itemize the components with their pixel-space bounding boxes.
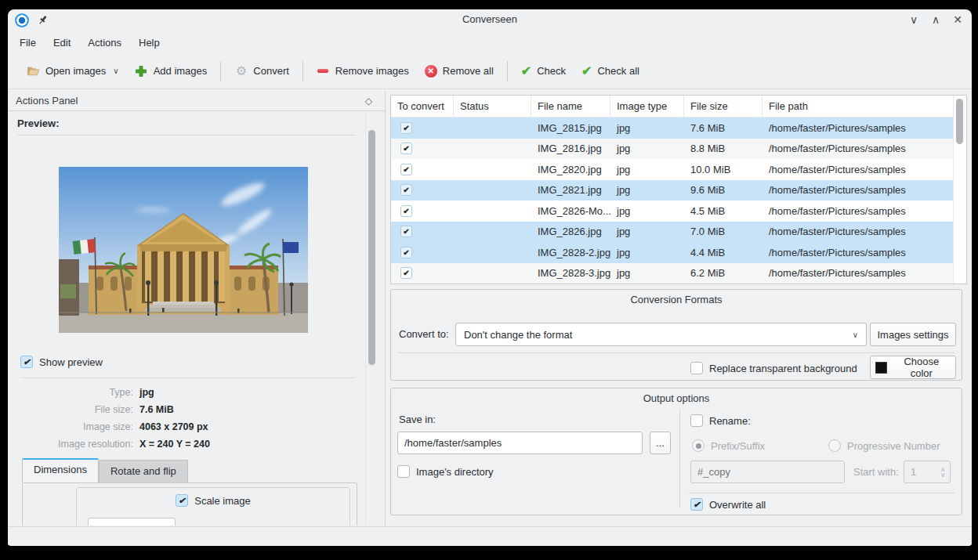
cell-file-name: IMG_2828-3.jpg: [531, 267, 610, 279]
row-checkbox[interactable]: ✔: [400, 143, 412, 154]
row-checkbox[interactable]: ✔: [400, 122, 412, 134]
browse-button[interactable]: ...: [650, 432, 671, 454]
convert-button[interactable]: ⚙ Convert: [226, 60, 297, 82]
info-row: Image size: 4063 x 2709 px: [16, 418, 353, 435]
color-swatch: [875, 362, 887, 374]
menu-item[interactable]: File: [11, 34, 45, 52]
table-row[interactable]: ✔ IMG_2816.jpg jpg 8.8 MiB /home/faster/…: [391, 139, 954, 160]
file-table: To convert Status File name Image type F…: [390, 95, 967, 284]
column-header-status[interactable]: Status: [454, 96, 531, 117]
tab-rotate-and-flip[interactable]: Rotate and flip: [99, 460, 188, 482]
actions-panel-header[interactable]: Actions Panel ◇: [8, 91, 385, 111]
progressive-number-radio: [828, 439, 841, 452]
divider: [17, 135, 355, 135]
actions-panel: Actions Panel ◇ Preview:: [8, 91, 386, 526]
cropped-control[interactable]: [88, 518, 176, 526]
menu-item[interactable]: Help: [130, 34, 168, 52]
table-row[interactable]: ✔ IMG_2826.jpg jpg 7.0 MiB /home/faster/…: [391, 222, 954, 243]
save-in-input[interactable]: [397, 432, 643, 454]
table-row[interactable]: ✔ IMG_2815.jpg jpg 7.6 MiB /home/faster/…: [391, 117, 954, 139]
cell-file-path: /home/faster/Pictures/samples: [762, 143, 954, 154]
images-settings-button[interactable]: Images settings: [870, 323, 956, 346]
cell-file-size: 4.4 MiB: [684, 247, 762, 258]
remove-images-button[interactable]: Remove images: [309, 60, 417, 82]
cell-file-name: IMG_2828-2.jpg: [531, 247, 610, 258]
check-button[interactable]: ✔ Check: [513, 60, 574, 82]
row-checkbox[interactable]: ✔: [400, 247, 412, 258]
rename-checkbox[interactable]: [690, 414, 703, 427]
overwrite-all-checkbox[interactable]: ✔: [690, 498, 703, 511]
column-header-to-convert[interactable]: To convert: [391, 96, 454, 117]
toolbar-separator: [507, 61, 508, 81]
window-title: Converseen: [8, 13, 972, 25]
cell-file-size: 6.2 MiB: [684, 267, 762, 279]
cell-file-path: /home/faster/Pictures/samples: [762, 267, 954, 279]
cell-file-size: 7.0 MiB: [684, 226, 762, 237]
prefix-suffix-radio: [692, 439, 705, 452]
float-panel-icon[interactable]: ◇: [365, 91, 372, 111]
table-scrollbar[interactable]: [953, 96, 966, 284]
cell-file-name: IMG_2826.jpg: [531, 226, 610, 237]
cell-file-name: IMG_2821.jpg: [531, 184, 610, 196]
chevron-down-icon: ∨: [853, 331, 858, 339]
info-row: File size: 7.6 MiB: [16, 401, 353, 418]
add-plus-icon: [135, 64, 148, 78]
cell-file-size: 8.8 MiB: [684, 143, 762, 154]
maximize-button[interactable]: ∧: [929, 13, 942, 26]
scale-image-checkbox[interactable]: ✔: [176, 494, 188, 507]
images-directory-checkbox[interactable]: [397, 465, 410, 478]
show-preview-checkbox[interactable]: ✔: [20, 356, 33, 368]
table-row[interactable]: ✔ IMG_2821.jpg jpg 9.6 MiB /home/faster/…: [391, 180, 954, 201]
cell-image-type: jpg: [610, 122, 684, 134]
panel-scrollbar-thumb[interactable]: [368, 130, 375, 365]
add-images-button[interactable]: Add images: [127, 60, 216, 82]
status-bar: [8, 526, 972, 545]
menu-item[interactable]: Edit: [45, 34, 79, 52]
minimize-button[interactable]: ∨: [907, 13, 920, 26]
row-checkbox[interactable]: ✔: [400, 205, 412, 217]
cell-file-name: IMG_2816.jpg: [531, 143, 610, 154]
table-scrollbar-thumb[interactable]: [956, 99, 963, 144]
divider: [20, 378, 355, 378]
cell-file-size: 10.0 MiB: [684, 164, 762, 175]
cell-file-size: 9.6 MiB: [684, 184, 762, 196]
output-options-title: Output options: [391, 392, 962, 404]
tab-dimensions[interactable]: Dimensions: [22, 458, 99, 482]
row-checkbox[interactable]: ✔: [400, 164, 412, 175]
check-all-button[interactable]: ✔ Check all: [574, 60, 647, 82]
panel-scrollbar[interactable]: [365, 113, 376, 524]
column-header-file-name[interactable]: File name: [531, 96, 610, 117]
open-images-button[interactable]: Open images ∨: [19, 60, 127, 82]
conversion-formats-title: Conversion Formats: [391, 294, 962, 305]
preview-image: [59, 167, 308, 333]
replace-transparent-checkbox[interactable]: [690, 362, 703, 374]
row-checkbox[interactable]: ✔: [400, 226, 412, 237]
table-row[interactable]: ✔ IMG_2828-2.jpg jpg 4.4 MiB /home/faste…: [391, 242, 954, 263]
cell-file-name: IMG_2826-Mo...: [531, 205, 610, 217]
format-select[interactable]: Don't change the format ∨: [455, 323, 867, 346]
cell-image-type: jpg: [610, 143, 684, 154]
cell-file-size: 4.5 MiB: [684, 205, 762, 217]
close-button[interactable]: ✕: [951, 13, 964, 26]
cell-file-size: 7.6 MiB: [684, 122, 762, 134]
cell-image-type: jpg: [610, 267, 684, 279]
cell-file-path: /home/faster/Pictures/samples: [762, 164, 954, 175]
row-checkbox[interactable]: ✔: [400, 267, 412, 279]
cell-file-name: IMG_2815.jpg: [531, 122, 610, 134]
column-header-file-size[interactable]: File size: [684, 96, 762, 117]
table-row[interactable]: ✔ IMG_2828-3.jpg jpg 6.2 MiB /home/faste…: [391, 263, 954, 284]
remove-all-button[interactable]: ✕ Remove all: [417, 60, 502, 82]
progressive-number-row: Progressive Number: [828, 439, 940, 452]
rename-row: Rename:: [690, 414, 751, 427]
titlebar[interactable]: Converseen ∨ ∧ ✕: [8, 9, 972, 31]
column-header-image-type[interactable]: Image type: [610, 96, 684, 117]
cell-file-path: /home/faster/Pictures/samples: [762, 205, 954, 217]
choose-color-button[interactable]: Choose color: [870, 356, 956, 379]
row-checkbox[interactable]: ✔: [400, 184, 412, 196]
table-row[interactable]: ✔ IMG_2826-Mo... jpg 4.5 MiB /home/faste…: [391, 201, 954, 222]
conversion-formats-group: Conversion Formats Convert to: Don't cha…: [390, 289, 962, 381]
table-row[interactable]: ✔ IMG_2820.jpg jpg 10.0 MiB /home/faster…: [391, 159, 954, 180]
column-header-file-path[interactable]: File path: [762, 96, 954, 117]
save-in-label: Save in:: [399, 414, 436, 425]
menu-item[interactable]: Actions: [79, 34, 130, 52]
